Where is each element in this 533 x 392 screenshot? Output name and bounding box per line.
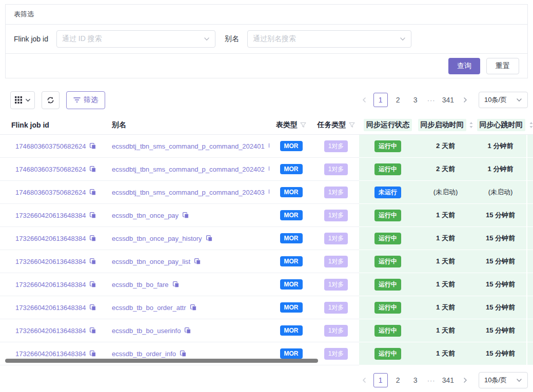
alias-text: ecssdb_tb_bo_order_attr: [112, 304, 186, 312]
job-id-text: 1746803603750682624: [15, 189, 86, 196]
filter-funnel-icon[interactable]: [349, 122, 355, 128]
pagination-page-341[interactable]: 341: [440, 93, 456, 107]
status-badge: 运行中: [374, 348, 401, 360]
sort-icon[interactable]: [529, 121, 533, 129]
heartbeat-time-text: 15 分钟前: [486, 280, 515, 289]
pagination-prev-icon[interactable]: [358, 373, 370, 387]
heartbeat-time-text: 1 分钟前: [488, 164, 514, 174]
start-time-text: (未启动): [433, 188, 458, 197]
heartbeat-time-text: 15 分钟前: [486, 257, 515, 266]
table-type-badge: MOR: [280, 164, 303, 174]
table-type-badge: MOR: [280, 256, 303, 266]
alias-text: ecssdb_tbn_once_pay_list: [112, 258, 190, 265]
task-type-badge: 1对多: [324, 325, 348, 337]
pagination-page-3[interactable]: 3: [408, 93, 423, 107]
table-body: 1746803603750682624 ecssdbtj_tbn_sms_com…: [0, 135, 533, 365]
copy-icon[interactable]: [184, 327, 191, 334]
flink-job-id-select[interactable]: 通过 ID 搜索: [56, 30, 215, 48]
task-type-badge: 1对多: [324, 140, 348, 152]
task-type-badge: 1对多: [324, 187, 348, 198]
chevron-down-icon: [516, 377, 522, 383]
page-size-select[interactable]: 10条/页: [479, 92, 528, 108]
heartbeat-time-text: 15 分钟前: [486, 303, 515, 312]
filter-actions-row: 查询 重置: [6, 53, 527, 78]
copy-icon[interactable]: [190, 304, 197, 311]
alias-text: ecssdb_tb_order_info: [112, 350, 176, 358]
alias-text: ecssdbtj_tbn_sms_command_p_command_20240…: [112, 142, 265, 150]
table-toolbar: 筛选 123···341 10条/页: [10, 91, 528, 109]
job-id-text: 1732660420613648384: [15, 235, 86, 242]
copy-icon[interactable]: [89, 142, 96, 150]
filter-card: 表筛选 Flink job id 通过 ID 搜索 别名 通过别名搜索 查询 重…: [5, 4, 528, 78]
copy-icon[interactable]: [89, 235, 96, 242]
table-header: Flink job id 别名 表类型 任务类型 同步运行状态 同步启动时间 同…: [0, 115, 533, 135]
pagination-page-2[interactable]: 2: [391, 93, 405, 107]
sync-table: Flink job id 别名 表类型 任务类型 同步运行状态 同步启动时间 同…: [0, 115, 533, 365]
copy-icon[interactable]: [89, 189, 96, 196]
alias-text: ecssdbtj_tbn_sms_command_p_command_20240…: [112, 166, 265, 173]
query-button[interactable]: 查询: [448, 58, 480, 74]
sort-icon[interactable]: [469, 121, 473, 129]
pagination-page-2[interactable]: 2: [391, 373, 405, 387]
page-size-label: 10条/页: [484, 376, 507, 385]
alias-select[interactable]: 通过别名搜索: [247, 30, 411, 48]
filter-button[interactable]: 筛选: [66, 91, 105, 109]
pagination-page-1[interactable]: 1: [373, 93, 388, 107]
column-header-alias: 别名: [101, 115, 269, 135]
start-time-text: 2 天前: [436, 141, 455, 151]
status-badge: 运行中: [374, 256, 401, 267]
copy-icon[interactable]: [89, 281, 96, 288]
heartbeat-time-text: 15 分钟前: [486, 326, 515, 335]
copy-icon[interactable]: [89, 258, 96, 265]
column-settings-button[interactable]: [10, 91, 35, 109]
copy-icon[interactable]: [89, 166, 96, 173]
heartbeat-time-text: 15 分钟前: [486, 211, 515, 220]
copy-icon[interactable]: [89, 304, 96, 311]
pagination-prev-icon[interactable]: [358, 93, 370, 107]
copy-icon[interactable]: [180, 350, 187, 357]
column-header-sync-status: 同步运行状态: [359, 115, 417, 135]
alias-text: ecssdb_tbn_once_pay_history: [112, 235, 202, 242]
copy-icon[interactable]: [194, 258, 201, 265]
pagination-bottom: 123···341 10条/页: [358, 372, 528, 388]
table-type-badge: MOR: [280, 325, 303, 336]
status-badge: 运行中: [374, 302, 401, 314]
filter-card-title: 表筛选: [6, 5, 527, 25]
horizontal-scrollbar-thumb[interactable]: [5, 359, 318, 363]
copy-icon[interactable]: [89, 327, 96, 334]
chevron-down-icon: [516, 97, 522, 103]
copy-icon[interactable]: [172, 281, 180, 288]
pagination-page-341[interactable]: 341: [440, 373, 456, 387]
refresh-button[interactable]: [42, 91, 60, 109]
start-time-text: 1 天前: [436, 280, 455, 289]
table-type-badge: MOR: [280, 233, 303, 243]
filter-funnel-icon[interactable]: [300, 122, 306, 128]
table-type-badge: MOR: [280, 141, 303, 151]
pagination-next-icon[interactable]: [459, 373, 471, 387]
heartbeat-time-text: 1 分钟前: [488, 141, 514, 151]
column-header-task-type: 任务类型: [313, 115, 359, 135]
heartbeat-time-text: (未启动): [488, 188, 513, 197]
page-size-select[interactable]: 10条/页: [479, 372, 528, 388]
pagination-next-icon[interactable]: [459, 93, 471, 107]
task-type-badge: 1对多: [324, 233, 348, 244]
pagination-page-3[interactable]: 3: [408, 373, 423, 387]
alias-label: 别名: [225, 34, 239, 44]
copy-icon[interactable]: [206, 235, 213, 242]
copy-icon[interactable]: [89, 212, 96, 219]
column-header-flink-job-id: Flink job id: [0, 115, 101, 135]
copy-icon[interactable]: [89, 350, 96, 357]
table-row: 1732660420613648384 ecssdb_tbn_once_pay_…: [0, 227, 533, 250]
table-row: 1746803603750682624 ecssdbtj_tbn_sms_com…: [0, 158, 533, 181]
alias-placeholder: 通过别名搜索: [253, 34, 296, 44]
start-time-text: 1 天前: [436, 349, 455, 358]
page-size-label: 10条/页: [484, 95, 507, 105]
task-type-badge: 1对多: [324, 302, 348, 314]
alias-text: ecssdb_tbn_once_pay: [112, 212, 179, 219]
status-badge: 运行中: [374, 279, 401, 291]
reset-button[interactable]: 重置: [486, 58, 519, 74]
chevron-down-icon: [400, 36, 406, 42]
pagination-page-1[interactable]: 1: [373, 373, 388, 387]
table-row: 1746803603750682624 ecssdbtj_tbn_sms_com…: [0, 135, 533, 158]
copy-icon[interactable]: [182, 212, 189, 219]
